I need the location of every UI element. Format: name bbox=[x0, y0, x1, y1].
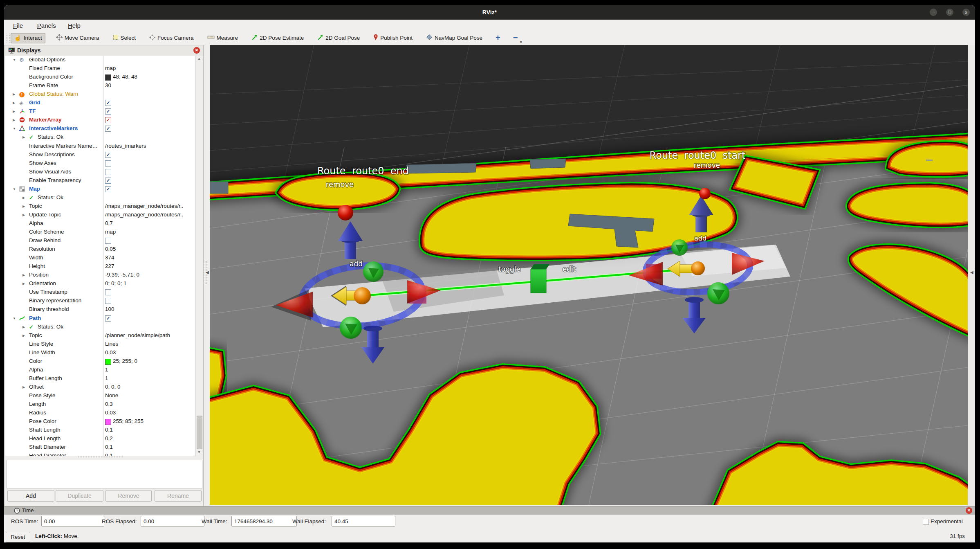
tool-focus-camera[interactable]: Focus Camera bbox=[146, 33, 197, 43]
tree-row-map[interactable]: ▼Map✓ bbox=[5, 185, 195, 194]
route-end-remove-label[interactable]: remove bbox=[326, 180, 354, 189]
tool-move-camera[interactable]: Move Camera bbox=[53, 32, 102, 43]
tree-row-height[interactable]: Height227 bbox=[5, 262, 195, 271]
row-checkbox[interactable]: ✓ bbox=[105, 100, 111, 106]
menu-file[interactable]: File bbox=[11, 21, 25, 30]
tree-row-interactivemarkers[interactable]: ▼InteractiveMarkers✓ bbox=[5, 124, 195, 133]
tree-row-markerarray[interactable]: ▶MarkerArray✓ bbox=[5, 116, 195, 124]
wall-elapsed-input[interactable] bbox=[332, 516, 395, 526]
tree-row-path[interactable]: ▼Path✓ bbox=[5, 314, 195, 323]
tree-row-topic[interactable]: ▶Topic/planner_node/simple/path bbox=[5, 331, 195, 340]
tree-row-topic[interactable]: ▶Topic/maps_manager_node/routes/r.. bbox=[5, 202, 195, 211]
tree-row-resolution[interactable]: Resolution0,05 bbox=[5, 245, 195, 254]
tree-row-head-diameter[interactable]: Head Diameter0,1 bbox=[5, 452, 195, 456]
minimize-icon[interactable]: – bbox=[930, 9, 937, 16]
tree-row-use-timestamp[interactable]: Use Timestamp bbox=[5, 288, 195, 297]
title-bar[interactable]: RViz* – ❐ x bbox=[4, 5, 975, 20]
tree-row-binary-threshold[interactable]: Binary threshold100 bbox=[5, 305, 195, 314]
row-checkbox[interactable]: ✓ bbox=[105, 315, 111, 322]
3d-viewport[interactable]: .s-sh{stroke:#000;stroke-width:46;fill:#… bbox=[210, 45, 968, 505]
tree-row-interactive-markers-name-[interactable]: Interactive Markers Name…/routes_imarker… bbox=[5, 142, 195, 151]
row-checkbox[interactable]: ✓ bbox=[105, 178, 111, 184]
color-swatch[interactable] bbox=[105, 419, 111, 425]
tool-measure[interactable]: Measure bbox=[204, 33, 241, 43]
tree-row-global-options[interactable]: ▼⚙Global Options bbox=[5, 56, 195, 64]
tree-row-status-ok[interactable]: ▶✓Status: Ok bbox=[5, 323, 195, 331]
row-checkbox[interactable] bbox=[105, 169, 111, 175]
experimental-checkbox[interactable] bbox=[923, 519, 929, 525]
tree-row-radius[interactable]: Radius0,03 bbox=[5, 409, 195, 417]
row-checkbox[interactable] bbox=[105, 160, 111, 166]
marker-center-sphere[interactable] bbox=[691, 261, 705, 275]
color-swatch[interactable] bbox=[105, 74, 111, 81]
edit-label[interactable]: edit bbox=[563, 265, 576, 273]
endpoint-sphere[interactable] bbox=[338, 205, 353, 220]
displays-scrollbar[interactable]: ▲ ▼ bbox=[195, 56, 203, 456]
tree-row-grid[interactable]: ▶◈Grid✓ bbox=[5, 99, 195, 107]
left-collapse-icon[interactable]: ◀ bbox=[206, 270, 209, 274]
tree-row-width[interactable]: Width374 bbox=[5, 254, 195, 262]
tree-row-binary-representation[interactable]: Binary representation bbox=[5, 297, 195, 305]
close-icon[interactable]: x bbox=[962, 9, 970, 16]
ros-elapsed-input[interactable] bbox=[141, 516, 204, 526]
row-checkbox[interactable] bbox=[105, 289, 111, 295]
color-swatch[interactable] bbox=[105, 359, 111, 365]
tree-row-length[interactable]: Length0,3 bbox=[5, 400, 195, 409]
tree-row-global-status-warn[interactable]: ▶!Global Status: Warn bbox=[5, 90, 195, 99]
time-panel-header[interactable]: Time ✕ bbox=[4, 506, 975, 515]
tree-row-update-topic[interactable]: ▶Update Topic/maps_manager_node/routes/r… bbox=[5, 211, 195, 219]
tree-row-line-width[interactable]: Line Width0,03 bbox=[5, 349, 195, 357]
tree-row-frame-rate[interactable]: Frame Rate30 bbox=[5, 81, 195, 90]
wall-time-input[interactable] bbox=[231, 516, 297, 526]
add-display-button[interactable]: Add bbox=[7, 490, 54, 502]
maximize-icon[interactable]: ❐ bbox=[946, 9, 953, 16]
displays-panel-header[interactable]: Displays ✕ bbox=[5, 46, 203, 56]
remove-tool-button[interactable]: −▾ bbox=[511, 33, 520, 43]
tool-navmap-goal-pose[interactable]: NavMap Goal Pose bbox=[423, 32, 485, 43]
tool-2d-goal-pose[interactable]: 2D Goal Pose bbox=[314, 33, 363, 43]
toolbar-grip[interactable] bbox=[7, 34, 10, 43]
tree-row-pose-color[interactable]: Pose Color255; 85; 255 bbox=[5, 417, 195, 426]
tree-row-fixed-frame[interactable]: Fixed Framemap bbox=[5, 64, 195, 73]
tree-row-shaft-length[interactable]: Shaft Length0,1 bbox=[5, 426, 195, 434]
tree-row-show-descriptions[interactable]: Show Descriptions✓ bbox=[5, 151, 195, 159]
row-checkbox[interactable]: ✓ bbox=[105, 186, 111, 192]
scroll-up-icon[interactable]: ▲ bbox=[197, 56, 202, 61]
panel-splitter-grip[interactable] bbox=[78, 457, 123, 459]
right-splitter[interactable]: ◀ bbox=[968, 45, 975, 506]
scroll-down-icon[interactable]: ▼ bbox=[197, 450, 202, 454]
tree-row-offset[interactable]: ▶Offset0; 0; 0 bbox=[5, 383, 195, 392]
toggle-label[interactable]: toggle bbox=[498, 265, 520, 273]
row-checkbox[interactable]: ✓ bbox=[105, 117, 111, 123]
left-splitter[interactable]: ◀ bbox=[204, 45, 210, 506]
tool-select[interactable]: Select bbox=[110, 33, 139, 43]
tool-interact[interactable]: ☝Interact bbox=[11, 33, 45, 43]
row-checkbox[interactable] bbox=[105, 238, 111, 244]
tool-2d-pose-estimate[interactable]: 2D Pose Estimate bbox=[249, 33, 307, 43]
marker-center-sphere[interactable] bbox=[354, 287, 371, 304]
tree-row-buffer-length[interactable]: Buffer Length1 bbox=[5, 374, 195, 383]
route-start-add-label[interactable]: add bbox=[694, 234, 706, 242]
route-start-remove-label[interactable]: remove bbox=[694, 161, 720, 169]
row-checkbox[interactable]: ✓ bbox=[105, 108, 111, 115]
tree-row-enable-transparency[interactable]: Enable Transparency✓ bbox=[5, 176, 195, 185]
row-checkbox[interactable] bbox=[105, 298, 111, 304]
tree-row-status-ok[interactable]: ▶✓Status: Ok bbox=[5, 194, 195, 202]
tree-row-show-visual-aids[interactable]: Show Visual Aids bbox=[5, 168, 195, 176]
menu-help[interactable]: Help bbox=[65, 21, 83, 30]
tree-row-draw-behind[interactable]: Draw Behind bbox=[5, 236, 195, 245]
tree-row-color[interactable]: Color25; 255; 0 bbox=[5, 357, 195, 366]
tree-row-show-axes[interactable]: Show Axes bbox=[5, 159, 195, 168]
tree-row-background-color[interactable]: Background Color48; 48; 48 bbox=[5, 73, 195, 81]
row-checkbox[interactable]: ✓ bbox=[105, 152, 111, 158]
tree-row-tf[interactable]: ▶TF✓ bbox=[5, 107, 195, 116]
endpoint-sphere[interactable] bbox=[699, 188, 711, 199]
tree-row-alpha[interactable]: Alpha0,7 bbox=[5, 219, 195, 228]
tree-row-pose-style[interactable]: Pose StyleNone bbox=[5, 392, 195, 400]
tree-row-orientation[interactable]: ▶Orientation0; 0; 0; 1 bbox=[5, 279, 195, 288]
route-end-add-label[interactable]: add bbox=[350, 260, 363, 268]
menu-panels[interactable]: Panels bbox=[35, 21, 58, 30]
tree-row-shaft-diameter[interactable]: Shaft Diameter0,1 bbox=[5, 443, 195, 452]
tool-publish-point[interactable]: Publish Point bbox=[370, 32, 415, 43]
tree-row-alpha[interactable]: Alpha1 bbox=[5, 366, 195, 374]
